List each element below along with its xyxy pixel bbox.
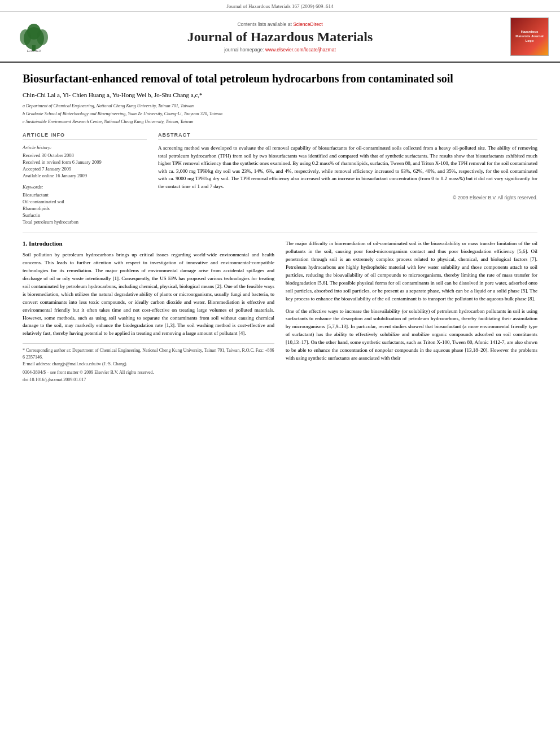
svg-text:ELSEVIER: ELSEVIER — [27, 49, 41, 53]
keyword-rhamnolipids: Rhamnolipids — [23, 206, 147, 211]
journal-title: Journal of Hazardous Materials — [62, 29, 498, 45]
elsevier-logo-area: ELSEVIER — [11, 21, 56, 53]
keywords-label: Keywords: — [23, 184, 147, 190]
section-divider — [23, 233, 537, 233]
main-content: Biosurfactant-enhanced removal of total … — [0, 63, 560, 394]
journal-homepage: journal homepage: www.elsevier.com/locat… — [62, 47, 498, 53]
journal-ref-text: Journal of Hazardous Materials 167 (2009… — [227, 3, 334, 9]
contents-available-text: Contents lists available at ScienceDirec… — [62, 21, 498, 27]
right-paragraph2: One of the effective ways to increase th… — [286, 308, 537, 363]
body-left-col: 1. Introduction Soil pollution by petrol… — [23, 240, 274, 382]
received-date: Received 30 October 2008 — [23, 152, 147, 158]
keyword-oil-contaminated: Oil-contaminated soil — [23, 199, 147, 204]
svg-point-4 — [27, 24, 41, 40]
abstract-col: ABSTRACT A screening method was develope… — [158, 132, 537, 226]
keyword-biosurfactant: Biosurfactant — [23, 192, 147, 198]
body-right-col: The major difficulty in bioremediation o… — [286, 240, 537, 382]
journal-logo-image: Hazardous Materials Journal Logo — [510, 18, 549, 56]
introduction-heading: 1. Introduction — [23, 240, 274, 247]
revised-date: Received in revised form 6 January 2009 — [23, 159, 147, 165]
journal-reference: Journal of Hazardous Materials 167 (2009… — [0, 0, 560, 12]
homepage-url[interactable]: www.elsevier.com/locate/jhazmat — [265, 47, 336, 53]
authors-line: Chin-Chi Lai a, Yi- Chien Huang a, Yu-Ho… — [23, 91, 537, 98]
introduction-paragraph1: Soil pollution by petroleum hydrocarbons… — [23, 251, 274, 338]
body-section: 1. Introduction Soil pollution by petrol… — [23, 240, 537, 382]
doi-text: doi:10.1016/j.jhazmat.2009.01.017 — [23, 377, 274, 382]
footnote-area: * Corresponding author at: Department of… — [23, 343, 274, 382]
journal-header-center: Contents lists available at ScienceDirec… — [62, 21, 498, 53]
sciencedirect-link[interactable]: ScienceDirect — [293, 21, 322, 27]
abstract-label: ABSTRACT — [158, 132, 537, 140]
elsevier-tree-icon: ELSEVIER — [17, 21, 51, 53]
article-history-label: Article history: — [23, 145, 147, 150]
copyright-line: © 2009 Elsevier B.V. All rights reserved… — [158, 195, 537, 200]
corresponding-author-footnote: * Corresponding author at: Department of… — [23, 347, 274, 361]
article-info-label: ARTICLE INFO — [23, 132, 147, 140]
affiliations: a Department of Chemical Engineering, Na… — [23, 103, 537, 125]
keyword-surfactin: Surfactin — [23, 212, 147, 218]
email-footnote: E-mail address: changjs@mail.ncku.edu.tw… — [23, 361, 274, 368]
accepted-date: Accepted 7 January 2009 — [23, 166, 147, 172]
issn-text: 0304-3894/$ – see front matter © 2009 El… — [23, 370, 274, 375]
article-title: Biosurfactant-enhanced removal of total … — [23, 71, 537, 86]
keyword-tph: Total petroleum hydrocarbon — [23, 219, 147, 225]
abstract-text: A screening method was developed to eval… — [158, 145, 537, 190]
journal-logo-box: Hazardous Materials Journal Logo — [504, 18, 549, 56]
right-paragraph1: The major difficulty in bioremediation o… — [286, 240, 537, 303]
journal-header: ELSEVIER Contents lists available at Sci… — [0, 12, 560, 63]
available-date: Available online 16 January 2009 — [23, 173, 147, 178]
info-abstract-section: ARTICLE INFO Article history: Received 3… — [23, 132, 537, 226]
article-info-col: ARTICLE INFO Article history: Received 3… — [23, 132, 147, 226]
